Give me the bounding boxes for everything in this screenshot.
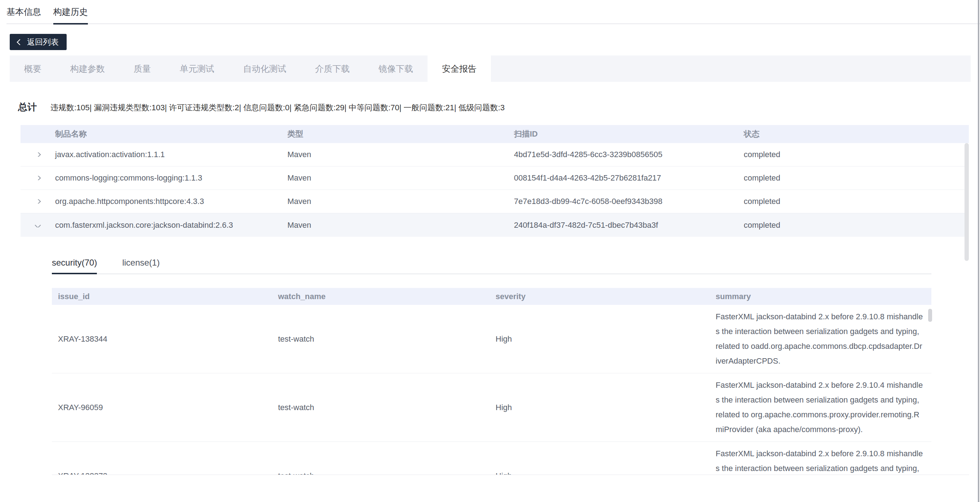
detail-tab-bar: security(70) license(1)	[52, 258, 931, 274]
issue-id: XRAY-138373	[52, 442, 272, 475]
artifact-status: completed	[738, 220, 969, 230]
page-tab-divider	[6, 24, 980, 24]
issue-watch-name: test-watch	[272, 373, 490, 441]
expand-chevron-icon[interactable]	[21, 176, 49, 180]
issue-id: XRAY-138344	[52, 305, 272, 373]
artifact-scan-id: 4bd71e5d-3dfd-4285-6cc3-3239b0856505	[508, 150, 738, 159]
col-artifact-name: 制品名称	[49, 129, 282, 139]
issue-table: issue_id watch_name severity summary XRA…	[52, 288, 931, 475]
summary-stats: 违规数:105| 漏洞违规类型数:103| 许可证违规类型数:2| 信息问题数:…	[51, 102, 504, 113]
issue-id: XRAY-96059	[52, 373, 272, 441]
tab-media-download[interactable]: 介质下载	[301, 56, 364, 82]
security-report-content: 总计 违规数:105| 漏洞违规类型数:103| 许可证违规类型数:2| 信息问…	[0, 82, 980, 475]
issue-severity: High	[490, 442, 710, 475]
issue-summary: FasterXML jackson-databind 2.x before 2.…	[710, 373, 931, 441]
col-watch-name: watch_name	[272, 288, 490, 305]
summary-row: 总计 违规数:105| 漏洞违规类型数:103| 许可证违规类型数:2| 信息问…	[18, 101, 980, 113]
summary-label: 总计	[18, 101, 37, 113]
artifact-detail-panel: security(70) license(1) issue_id watch_n…	[52, 258, 931, 475]
tab-basic-info[interactable]: 基本信息	[6, 6, 41, 24]
back-button-label: 返回列表	[27, 37, 59, 48]
issue-table-scrollbar[interactable]	[928, 309, 932, 322]
artifact-type: Maven	[282, 220, 508, 230]
issue-table-header: issue_id watch_name severity summary	[52, 288, 931, 305]
issue-watch-name: test-watch	[272, 442, 490, 475]
tab-build-params[interactable]: 构建参数	[56, 56, 119, 82]
tab-security-report[interactable]: 安全报告	[428, 56, 491, 82]
col-summary: summary	[710, 288, 931, 305]
artifact-scan-id: 240f184a-df37-482d-7c51-dbec7b43ba3f	[508, 220, 738, 230]
artifact-type: Maven	[282, 173, 508, 183]
col-status: 状态	[738, 129, 969, 139]
table-row-expanded[interactable]: com.fasterxml.jackson.core:jackson-datab…	[21, 214, 969, 237]
issue-watch-name: test-watch	[272, 305, 490, 373]
tab-automation-test[interactable]: 自动化测试	[229, 56, 301, 82]
artifact-table-header: 制品名称 类型 扫描ID 状态	[21, 125, 969, 143]
table-row[interactable]: javax.activation:activation:1.1.1 Maven …	[21, 143, 969, 166]
artifact-status: completed	[738, 150, 969, 159]
artifact-scan-id: 7e7e18d3-db99-4c7c-6058-0eef9343b398	[508, 197, 738, 206]
detail-tab-divider	[52, 274, 931, 274]
tab-license[interactable]: license(1)	[122, 258, 159, 274]
tab-quality[interactable]: 质量	[119, 56, 165, 82]
expand-chevron-icon[interactable]	[21, 199, 49, 204]
artifact-status: completed	[738, 173, 969, 183]
artifact-name: org.apache.httpcomponents:httpcore:4.3.3	[49, 197, 282, 206]
tab-overview[interactable]: 概要	[10, 56, 56, 82]
col-severity: severity	[490, 288, 710, 305]
artifact-name: com.fasterxml.jackson.core:jackson-datab…	[49, 220, 282, 230]
content-scrollbar[interactable]	[964, 143, 969, 261]
chevron-left-icon	[17, 39, 23, 45]
artifact-type: Maven	[282, 197, 508, 206]
table-row[interactable]: commons-logging:commons-logging:1.1.3 Ma…	[21, 166, 969, 190]
issue-severity: High	[490, 305, 710, 373]
artifact-type: Maven	[282, 150, 508, 159]
issue-row[interactable]: XRAY-138344 test-watch High FasterXML ja…	[52, 305, 931, 373]
artifact-status: completed	[738, 197, 969, 206]
content-clip-edge	[52, 475, 969, 475]
page-scrollbar[interactable]	[978, 0, 979, 502]
report-tab-bar: 概要 构建参数 质量 单元测试 自动化测试 介质下载 镜像下载 安全报告	[10, 56, 970, 82]
issue-row[interactable]: XRAY-96059 test-watch High FasterXML jac…	[52, 373, 931, 442]
tab-unit-test[interactable]: 单元测试	[165, 56, 229, 82]
col-type: 类型	[282, 129, 508, 139]
col-scan-id: 扫描ID	[508, 129, 738, 139]
artifact-name: commons-logging:commons-logging:1.1.3	[49, 173, 282, 183]
artifact-table: 制品名称 类型 扫描ID 状态 javax.activation:activat…	[21, 125, 969, 237]
issue-row[interactable]: XRAY-138373 test-watch High FasterXML ja…	[52, 442, 931, 475]
back-to-list-button[interactable]: 返回列表	[10, 34, 67, 50]
issue-summary: FasterXML jackson-databind 2.x before 2.…	[710, 442, 931, 475]
col-issue-id: issue_id	[52, 288, 272, 305]
artifact-scan-id: 008154f1-d4a4-4263-42b5-27b6281fa217	[508, 173, 738, 183]
table-row[interactable]: org.apache.httpcomponents:httpcore:4.3.3…	[21, 190, 969, 214]
artifact-name: javax.activation:activation:1.1.1	[49, 150, 282, 159]
page-tab-bar: 基本信息 构建历史	[0, 0, 980, 24]
tab-build-history[interactable]: 构建历史	[53, 6, 88, 24]
issue-summary: FasterXML jackson-databind 2.x before 2.…	[710, 305, 931, 373]
collapse-chevron-icon[interactable]	[21, 223, 49, 227]
tab-security[interactable]: security(70)	[52, 258, 97, 274]
tab-image-download[interactable]: 镜像下载	[364, 56, 428, 82]
expand-chevron-icon[interactable]	[21, 153, 49, 157]
issue-severity: High	[490, 373, 710, 441]
